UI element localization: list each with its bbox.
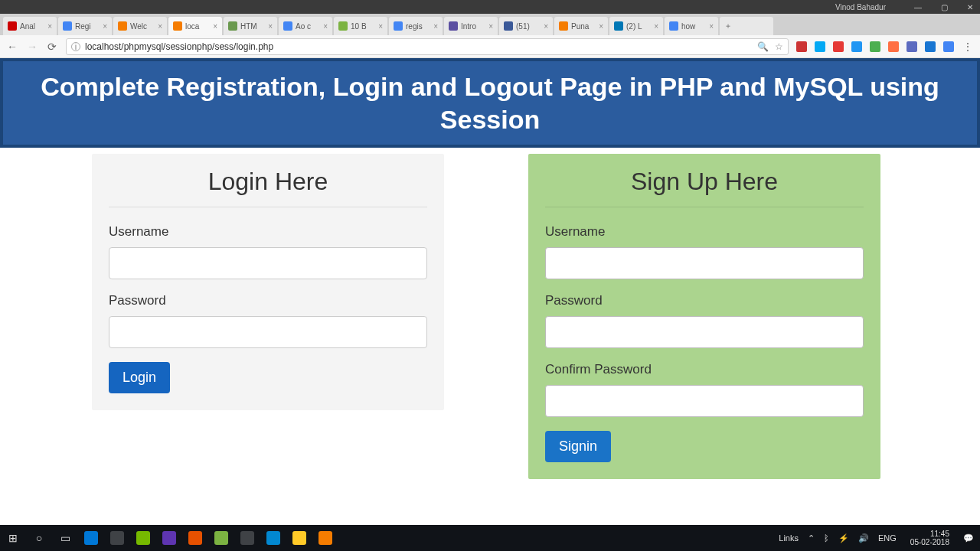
bluetooth-icon[interactable]: ᛒ: [824, 533, 829, 543]
signup-password-input[interactable]: [545, 316, 864, 348]
clock[interactable]: 11:45 05-02-2018: [906, 530, 954, 546]
login-button[interactable]: Login: [109, 362, 170, 393]
browser-tab-8[interactable]: Intro×: [444, 17, 498, 35]
login-panel: Login Here Username Password Login: [92, 154, 444, 410]
language-indicator[interactable]: ENG: [878, 533, 897, 543]
taskbar-app-3[interactable]: [156, 525, 182, 551]
browser-tab-11[interactable]: (2) L×: [609, 17, 663, 35]
taskbar-app-7[interactable]: [260, 525, 286, 551]
close-tab-icon[interactable]: ×: [544, 22, 548, 31]
favicon-icon: [338, 21, 348, 31]
login-username-label: Username: [109, 224, 427, 240]
browser-tab-3[interactable]: loca×: [168, 17, 222, 35]
taskbar-app-1[interactable]: [104, 525, 130, 551]
close-tab-icon[interactable]: ×: [433, 22, 438, 31]
signin-button[interactable]: Signin: [545, 431, 611, 462]
extension-icon-5[interactable]: [888, 41, 899, 52]
login-password-input[interactable]: [109, 316, 427, 348]
volume-icon[interactable]: 🔊: [858, 533, 869, 543]
links-toolbar[interactable]: Links: [779, 533, 799, 543]
browser-tab-7[interactable]: regis×: [389, 17, 443, 35]
extension-icon-6[interactable]: [906, 41, 917, 52]
extension-icon-7[interactable]: [925, 41, 936, 52]
favicon-icon: [559, 21, 568, 31]
browser-tab-10[interactable]: Puna×: [554, 17, 608, 35]
close-tab-icon[interactable]: ×: [488, 22, 493, 31]
tab-label: regis: [406, 22, 423, 31]
new-tab-button[interactable]: ＋: [720, 17, 773, 35]
taskbar-app-6[interactable]: [234, 525, 260, 551]
close-window-button[interactable]: ✕: [965, 3, 975, 11]
close-tab-icon[interactable]: ×: [599, 22, 603, 31]
clock-date: 05-02-2018: [910, 538, 949, 546]
forward-button[interactable]: →: [26, 41, 38, 53]
browser-tab-2[interactable]: Welc×: [113, 17, 167, 35]
browser-tab-6[interactable]: 10 B×: [334, 17, 387, 35]
taskbar-app-5[interactable]: [208, 525, 234, 551]
taskbar-app-4[interactable]: [182, 525, 208, 551]
signup-confirm-label: Confirm Password: [545, 362, 864, 377]
favicon-icon: [504, 21, 513, 31]
close-tab-icon[interactable]: ×: [654, 22, 658, 31]
taskbar-app-2[interactable]: [130, 525, 156, 551]
close-tab-icon[interactable]: ×: [378, 22, 383, 31]
window-titlebar: Vinod Bahadur — ▢ ✕: [0, 0, 980, 14]
signup-confirm-input[interactable]: [545, 385, 864, 417]
tab-label: how: [681, 22, 695, 31]
close-tab-icon[interactable]: ×: [103, 22, 107, 31]
favicon-icon: [669, 21, 678, 31]
login-username-input[interactable]: [109, 247, 427, 279]
taskbar-app-8[interactable]: [286, 525, 312, 551]
zoom-icon[interactable]: 🔍: [757, 41, 769, 52]
browser-tab-5[interactable]: Ao c×: [279, 17, 332, 35]
taskbar-app-9[interactable]: [312, 525, 338, 551]
tab-label: 10 B: [351, 22, 367, 31]
extension-icon-8[interactable]: [943, 41, 954, 52]
favicon-icon: [449, 21, 458, 31]
extension-icon-0[interactable]: [796, 41, 807, 52]
browser-tab-0[interactable]: Anal×: [3, 17, 57, 35]
taskview-icon[interactable]: ▭: [52, 525, 78, 551]
tab-label: HTM: [240, 22, 257, 31]
close-tab-icon[interactable]: ×: [268, 22, 273, 31]
signup-username-input[interactable]: [545, 247, 864, 279]
tray-chevron-icon[interactable]: ⌃: [808, 533, 815, 543]
close-tab-icon[interactable]: ×: [158, 22, 162, 31]
action-center-icon[interactable]: 💬: [963, 533, 974, 543]
tab-label: (51): [516, 22, 530, 31]
taskbar-app-0[interactable]: [78, 525, 104, 551]
extension-icon-1[interactable]: [815, 41, 825, 52]
bookmark-star-icon[interactable]: ☆: [775, 41, 783, 52]
extension-icon-4[interactable]: [870, 41, 880, 52]
close-tab-icon[interactable]: ×: [213, 22, 217, 31]
close-tab-icon[interactable]: ×: [47, 22, 52, 31]
login-heading: Login Here: [109, 168, 427, 207]
window-user: Vinod Bahadur: [835, 3, 886, 11]
browser-tab-12[interactable]: how×: [665, 17, 718, 35]
maximize-button[interactable]: ▢: [939, 3, 949, 11]
close-tab-icon[interactable]: ×: [709, 22, 714, 31]
url-text: localhost/phpmysql/sessionphp/sess/login…: [85, 41, 273, 52]
chrome-menu-button[interactable]: ⋮: [962, 41, 974, 53]
favicon-icon: [394, 21, 403, 31]
reload-button[interactable]: ⟳: [46, 41, 58, 53]
favicon-icon: [63, 21, 72, 31]
favicon-icon: [228, 21, 237, 31]
tab-label: Welc: [130, 22, 147, 31]
browser-tabstrip: Anal×Regi×Welc×loca×HTM×Ao c×10 B×regis×…: [0, 14, 980, 35]
browser-tab-1[interactable]: Regi×: [58, 17, 112, 35]
minimize-button[interactable]: —: [913, 3, 923, 11]
extension-icon-3[interactable]: [851, 41, 862, 52]
address-bar[interactable]: i localhost/phpmysql/sessionphp/sess/log…: [66, 38, 789, 55]
signup-password-label: Password: [545, 293, 864, 308]
browser-tab-4[interactable]: HTM×: [224, 17, 277, 35]
browser-tab-9[interactable]: (51)×: [499, 17, 553, 35]
network-icon[interactable]: ⚡: [838, 533, 849, 543]
extension-icon-2[interactable]: [833, 41, 844, 52]
close-tab-icon[interactable]: ×: [323, 22, 328, 31]
start-button[interactable]: ⊞: [0, 525, 26, 551]
cortana-icon[interactable]: ○: [26, 525, 52, 551]
back-button[interactable]: ←: [6, 41, 18, 53]
site-info-icon[interactable]: i: [71, 42, 80, 51]
page-content: Complete Registration, Login and Logout …: [0, 58, 980, 525]
